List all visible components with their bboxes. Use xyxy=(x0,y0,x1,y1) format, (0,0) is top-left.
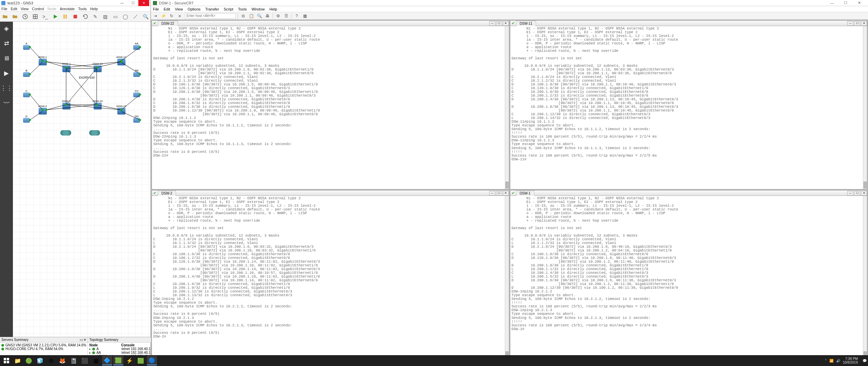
connect-icon[interactable]: ⇥ xyxy=(152,13,158,19)
image-icon[interactable]: ▨ xyxy=(102,13,109,20)
terminal-dsw11[interactable]: N1 - OSPF NSSA external type 1, N2 - OSP… xyxy=(510,26,867,189)
reload-icon[interactable] xyxy=(82,13,89,20)
taskbar-clock[interactable]: 7:38 PM 10/8/2019 xyxy=(843,357,860,364)
pane-max-icon[interactable]: ☐ xyxy=(496,21,502,26)
node-dsw11[interactable]: DSW-11 xyxy=(93,62,103,65)
tray-sound-icon[interactable]: 🔊 xyxy=(836,359,840,363)
tab-bar[interactable]: ✔ DSW-1 — ☐ ✕ xyxy=(510,190,867,196)
pane-min-icon[interactable]: — xyxy=(847,191,853,196)
tab-dsw1[interactable]: DSW-1 xyxy=(516,190,534,196)
onenote-icon[interactable]: 📓 xyxy=(68,356,79,365)
pause-icon[interactable] xyxy=(62,13,69,20)
node-cc[interactable]: CC xyxy=(135,89,139,93)
pane-close-icon[interactable]: ✕ xyxy=(503,21,509,26)
store-icon[interactable]: 🧊 xyxy=(35,356,45,365)
notification-icon[interactable]: 💬 xyxy=(863,359,867,363)
minimize-button[interactable]: — xyxy=(825,0,839,6)
menu-file[interactable]: File xyxy=(153,7,159,11)
menu-annotate[interactable]: Annotate xyxy=(60,7,75,11)
tray-chevron-icon[interactable]: ˄ xyxy=(825,359,827,363)
windows-taskbar[interactable]: 📁 🟢 🧊 ⚙ 🦊 📓 ⬛ ▦ 🔷 🟩 ⚡ 🟩 🔵 ˄ 📶 🔊 7:38 PM … xyxy=(0,355,868,366)
cloud-1[interactable] xyxy=(60,130,71,136)
tab-bar[interactable]: ✔ DSW-11 — ☐ ✕ xyxy=(510,21,867,26)
print-icon[interactable]: 🖶 xyxy=(264,13,271,19)
pane-min-icon[interactable]: — xyxy=(489,21,495,26)
menu-view[interactable]: View xyxy=(21,7,29,11)
tab-bar[interactable]: ✔ DSW-22 — ☐ ✕ xyxy=(152,21,509,26)
app-icon[interactable]: ▦ xyxy=(91,356,101,365)
pane-max-icon[interactable]: ☐ xyxy=(854,191,860,196)
menu-transfer[interactable]: Transfer xyxy=(205,7,219,11)
maximize-button[interactable]: ☐ xyxy=(127,0,138,6)
settings-icon[interactable]: ⚙ xyxy=(275,13,281,19)
close-button[interactable]: ✕ xyxy=(138,0,149,6)
about-icon[interactable]: ▦ xyxy=(302,13,308,19)
menu-file[interactable]: File xyxy=(1,7,7,11)
rect-icon[interactable]: ▭ xyxy=(112,13,119,20)
node-c[interactable]: C xyxy=(25,89,27,93)
node-b[interactable]: B xyxy=(25,69,27,72)
copy-icon[interactable]: ⧉ xyxy=(240,13,246,19)
node-dsw2[interactable]: DSW-2 xyxy=(62,100,71,103)
line-icon[interactable]: ／ xyxy=(132,13,139,20)
stop-icon[interactable] xyxy=(72,13,79,20)
start-button[interactable] xyxy=(1,356,12,365)
system-tray[interactable]: ˄ 📶 🔊 7:38 PM 10/8/2019 💬 xyxy=(825,357,867,364)
host-input[interactable] xyxy=(185,13,236,19)
server-row[interactable]: HUGO-CORE CPU 4.7%, RAM 54.0% xyxy=(1,347,86,351)
pane-close-icon[interactable]: ✕ xyxy=(503,191,509,196)
node-bb[interactable]: BB xyxy=(135,69,139,72)
gns3-titlebar[interactable]: test123 - GNS3 — ☐ ✕ xyxy=(0,0,151,6)
menu-edit[interactable]: Edit xyxy=(11,7,17,11)
tray-network-icon[interactable]: 📶 xyxy=(829,359,833,363)
explorer-icon[interactable]: 📁 xyxy=(13,356,23,365)
topology-canvas[interactable]: A AA B BB C CC D DD ASW-1 ASW-11 ASW-2 A… xyxy=(13,22,151,337)
chrome-icon[interactable]: 🟢 xyxy=(24,356,34,365)
grid-icon[interactable] xyxy=(32,13,39,20)
pc-category-icon[interactable]: 🖥 xyxy=(1,53,12,64)
lightning-icon[interactable]: ⚡ xyxy=(124,356,135,365)
menu-edit[interactable]: Edit xyxy=(164,7,170,11)
settings-icon[interactable]: ⚙ xyxy=(46,356,56,365)
pane-max-icon[interactable]: ☐ xyxy=(854,21,860,26)
security-category-icon[interactable]: ▶ xyxy=(1,68,12,79)
menu-help[interactable]: Help xyxy=(270,7,277,11)
pane-min-icon[interactable]: — xyxy=(847,21,853,26)
quick-connect-icon[interactable]: ⚡ xyxy=(160,13,166,19)
node-d[interactable]: D xyxy=(25,115,27,118)
play-icon[interactable] xyxy=(52,13,59,20)
menu-script[interactable]: Script xyxy=(224,7,233,11)
close-button[interactable]: ✕ xyxy=(852,0,866,6)
firefox-icon[interactable]: 🦊 xyxy=(57,356,67,365)
excel-icon[interactable]: 🟩 xyxy=(136,356,146,365)
gns3-task-icon[interactable]: 🔷 xyxy=(102,356,112,365)
session-options-icon[interactable]: ☰ xyxy=(283,13,289,19)
reconnect-icon[interactable]: ↻ xyxy=(169,13,175,19)
tab-bar[interactable]: ✔ DSW-2 — ☐ ✕ xyxy=(152,190,509,196)
folder-icon[interactable] xyxy=(12,13,19,20)
find-icon[interactable]: 🔍 xyxy=(256,13,262,19)
node-asw22[interactable]: ASW-22 xyxy=(116,105,126,108)
crt-titlebar[interactable]: DSW-1 - SecureCRT — ☐ ✕ xyxy=(151,0,868,6)
menu-window[interactable]: Window xyxy=(252,7,265,11)
paste-icon[interactable]: 📋 xyxy=(248,13,254,19)
node-dsw1[interactable]: DSW-1 xyxy=(62,62,71,65)
node-dd[interactable]: DD xyxy=(135,115,139,118)
note-icon[interactable]: ✎ xyxy=(92,13,99,20)
node-dsw22[interactable]: DSW-22 xyxy=(93,100,103,103)
pane-close-icon[interactable]: ✕ xyxy=(861,21,867,26)
zoom-icon[interactable]: 🔍 xyxy=(142,13,149,20)
open-folder-icon[interactable] xyxy=(1,13,9,20)
pane-min-icon[interactable]: — xyxy=(489,191,495,196)
all-category-icon[interactable]: ⋮⋮ xyxy=(1,83,12,94)
terminal-icon[interactable]: ⬛ xyxy=(80,356,90,365)
terminal-dsw1[interactable]: N1 - OSPF NSSA external type 1, N2 - OSP… xyxy=(510,196,867,359)
clock-icon[interactable] xyxy=(21,13,29,20)
minimize-button[interactable]: — xyxy=(117,0,127,6)
securecrt-task-icon[interactable]: 🟩 xyxy=(113,356,123,365)
menu-control[interactable]: Control xyxy=(32,7,44,11)
misc-task-icon[interactable]: 🔵 xyxy=(147,356,157,365)
menu-options[interactable]: Options xyxy=(188,7,200,11)
server-row[interactable]: GNS3 VM (GNS3 VM 2.1.21) CPU 5.6%, RAM 1… xyxy=(1,343,86,347)
node-asw11[interactable]: ASW-11 xyxy=(116,56,126,59)
